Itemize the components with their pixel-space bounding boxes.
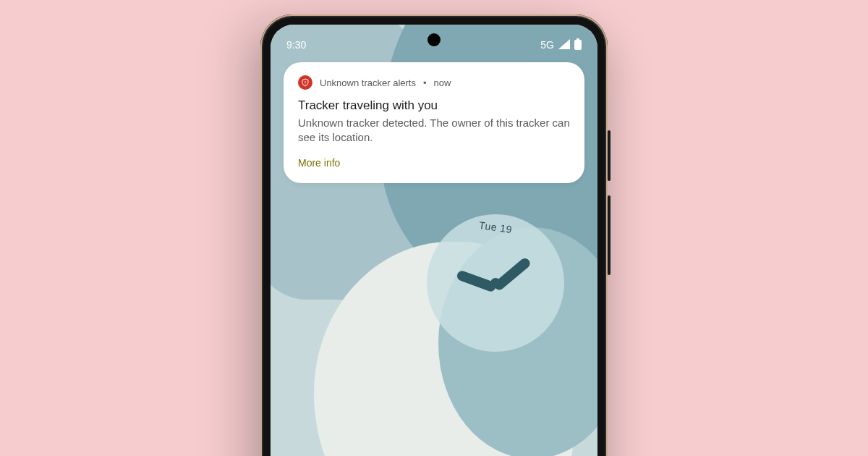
phone-device: 9:30 5G Unknown tracker alerts • now (260, 14, 608, 456)
notification-action-more-info[interactable]: More info (298, 157, 570, 169)
notification-app-name: Unknown tracker alerts (320, 77, 416, 88)
clock-widget[interactable]: Tue 19 (427, 214, 564, 352)
notification-title: Tracker traveling with you (298, 98, 570, 113)
status-indicators: 5G (540, 38, 582, 52)
signal-icon (558, 39, 570, 51)
phone-screen: 9:30 5G Unknown tracker alerts • now (271, 25, 597, 456)
svg-rect-1 (576, 38, 579, 41)
battery-icon (574, 38, 582, 52)
status-time: 9:30 (286, 39, 306, 51)
svg-rect-0 (574, 40, 582, 50)
clock-center-dot (490, 278, 501, 288)
notification-timestamp: now (434, 77, 451, 88)
svg-point-3 (305, 83, 305, 84)
notification-body: Unknown tracker detected. The owner of t… (298, 116, 570, 145)
notification-header: Unknown tracker alerts • now (298, 75, 570, 90)
notification-card[interactable]: Unknown tracker alerts • now Tracker tra… (284, 62, 584, 183)
network-label: 5G (540, 39, 554, 51)
clock-date: Tue 19 (478, 219, 513, 235)
notification-dot: • (423, 77, 427, 88)
shield-alert-icon (298, 75, 312, 90)
front-camera (427, 33, 441, 46)
